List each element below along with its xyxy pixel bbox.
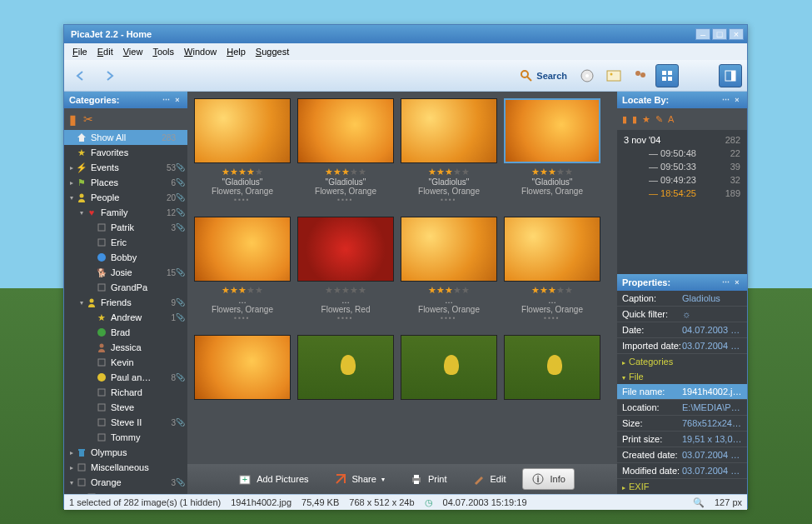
category-item-brad[interactable]: Brad (64, 325, 187, 340)
edit-button[interactable]: Edit (464, 469, 515, 489)
panel-options-icon[interactable]: ⋯ (161, 95, 171, 105)
thumbnail[interactable] (297, 217, 394, 282)
category-item-olympus[interactable]: ▸Olympus (64, 445, 187, 460)
locate-tag-icon[interactable]: ▮ (632, 114, 637, 125)
locate-time-item[interactable]: — 09:50:3339 (620, 160, 744, 173)
menu-edit[interactable]: Edit (92, 45, 118, 58)
thumbnail[interactable] (297, 98, 394, 163)
category-item-family[interactable]: ▾♥Family12📎 (64, 205, 187, 220)
category-item-events[interactable]: ▸⚡Events53📎 (64, 160, 187, 175)
category-item-people[interactable]: ▾People20📎 (64, 190, 187, 205)
locate-tree[interactable]: 3 nov '04 282 — 09:50:4822— 09:50:3339— … (617, 130, 747, 274)
menu-window[interactable]: Window (179, 45, 222, 58)
locate-close-icon[interactable]: × (732, 95, 742, 105)
share-dropdown-icon[interactable]: ▾ (381, 476, 385, 483)
category-item-jessica[interactable]: Jessica (64, 340, 187, 355)
props-close-icon[interactable]: × (732, 277, 742, 287)
locate-bookmark-icon[interactable]: ▮ (622, 114, 627, 125)
tree-arrow-icon[interactable]: ▸ (67, 179, 76, 187)
locate-time-item[interactable]: — 09:50:4822 (620, 147, 744, 160)
menu-tools[interactable]: Tools (147, 45, 179, 58)
nav-forward-button[interactable] (97, 65, 122, 87)
nav-back-button[interactable] (69, 65, 94, 87)
category-item-show-all[interactable]: Show All283 (64, 130, 187, 145)
panel-close-icon[interactable]: × (172, 95, 182, 105)
thumbnail-rating[interactable]: ★★★★★ (212, 167, 273, 177)
tree-arrow-icon[interactable]: ▾ (77, 209, 86, 217)
tree-arrow-icon[interactable]: ▸ (67, 449, 76, 457)
category-item-cc[interactable]: CC (64, 490, 187, 494)
menu-suggest[interactable]: Suggest (251, 45, 294, 58)
category-item-patrik[interactable]: Patrik3📎 (64, 220, 187, 235)
thumbnail[interactable] (401, 98, 497, 163)
thumbnail[interactable] (194, 98, 291, 163)
property-row[interactable]: Location:E:\MEDIA\Pict… (617, 400, 747, 416)
props-section-exif[interactable]: ▸EXIF (617, 479, 747, 494)
tree-arrow-icon[interactable]: ▸ (67, 464, 76, 472)
category-item-miscellaneous[interactable]: ▸Miscellaneous (64, 460, 187, 475)
locate-text-icon[interactable]: A (668, 114, 674, 124)
category-item-bobby[interactable]: Bobby (64, 250, 187, 265)
property-row[interactable]: Created date:03.07.2004 1… (617, 447, 747, 463)
categories-tree[interactable]: Show All283★Favorites▸⚡Events53📎▸⚑Places… (64, 130, 187, 494)
locate-time-item[interactable]: — 09:49:2332 (620, 173, 744, 187)
category-item-paul-an-[interactable]: Paul an…8📎 (64, 370, 187, 385)
thumbnail[interactable] (194, 335, 291, 400)
thumbnail[interactable] (194, 217, 291, 282)
thumbnail-grid[interactable]: ★★★★★"Gladiolus"Flowers, Orange▪▪▪▪★★★★★… (187, 92, 617, 464)
thumbnail[interactable] (401, 217, 497, 282)
property-row[interactable]: Size:768x512x24b… (617, 416, 747, 432)
locate-options-icon[interactable]: ⋯ (720, 95, 730, 105)
property-row[interactable]: Imported date:03.07.2004 1… (617, 338, 747, 354)
thumbnail[interactable] (504, 335, 600, 400)
info-button[interactable]: i Info (522, 468, 574, 490)
close-button[interactable]: × (729, 28, 744, 40)
tree-arrow-icon[interactable]: ▾ (67, 194, 76, 202)
category-item-favorites[interactable]: ★Favorites (64, 145, 187, 160)
share-button[interactable]: Share ▾ (326, 469, 393, 489)
props-options-icon[interactable]: ⋯ (720, 277, 730, 287)
toolbar-people-button[interactable] (629, 64, 652, 87)
thumbnail-rating[interactable]: ★★★★★ (321, 285, 371, 296)
scissors-icon[interactable]: ✂ (83, 112, 93, 126)
minimize-button[interactable]: – (695, 28, 710, 40)
thumbnail[interactable] (504, 98, 600, 163)
locate-time-item[interactable]: — 18:54:25189 (620, 187, 744, 200)
property-row[interactable]: Print size:19,51 x 13,00… (617, 432, 747, 447)
thumbnail-rating[interactable]: ★★★★★ (521, 167, 583, 177)
thumbnail-rating[interactable]: ★★★★★ (521, 285, 583, 296)
bookmark-icon[interactable]: ▮ (69, 112, 77, 127)
toolbar-view-thumbs-button[interactable] (655, 64, 679, 87)
maximize-button[interactable]: □ (712, 28, 727, 40)
category-item-steve[interactable]: Steve (64, 400, 187, 415)
thumbnail-rating[interactable]: ★★★★★ (418, 167, 480, 177)
props-section-categories[interactable]: ▸Categories (617, 354, 747, 369)
property-row[interactable]: Caption:Gladiolus (617, 291, 747, 307)
property-row[interactable]: Date:04.07.2003 1… (617, 322, 747, 338)
tree-arrow-icon[interactable]: ▾ (77, 299, 86, 307)
category-item-richard[interactable]: Richard (64, 385, 187, 400)
category-item-andrew[interactable]: ★Andrew1📎 (64, 310, 187, 325)
toolbar-cd-button[interactable] (575, 64, 599, 87)
category-item-friends[interactable]: ▾Friends9📎 (64, 295, 187, 310)
category-item-kevin[interactable]: Kevin (64, 355, 187, 370)
thumbnail-rating[interactable]: ★★★★★ (418, 285, 480, 296)
locate-brush-icon[interactable]: ✎ (655, 114, 663, 125)
thumbnail-rating[interactable]: ★★★★★ (315, 167, 376, 177)
category-item-places[interactable]: ▸⚑Places6📎 (64, 175, 187, 190)
thumbnail[interactable] (504, 217, 600, 282)
date-root[interactable]: 3 nov '04 282 (620, 133, 744, 147)
tree-arrow-icon[interactable]: ▾ (67, 479, 76, 487)
category-item-eric[interactable]: Eric (64, 235, 187, 250)
locate-star-icon[interactable]: ★ (642, 114, 650, 125)
toolbar-right-panel-button[interactable] (719, 64, 742, 87)
property-row[interactable]: File name:1941h4002.jpg (617, 384, 747, 400)
search-button[interactable]: Search (515, 65, 572, 87)
thumbnail[interactable] (401, 335, 497, 400)
props-section-file[interactable]: ▾File (617, 369, 747, 384)
category-item-josie[interactable]: 🐕Josie15📎 (64, 265, 187, 280)
tree-arrow-icon[interactable]: ▸ (67, 164, 76, 172)
category-item-tommy[interactable]: Tommy (64, 430, 187, 445)
category-item-grandpa[interactable]: GrandPa (64, 280, 187, 295)
add-pictures-button[interactable]: + Add Pictures (230, 469, 316, 489)
